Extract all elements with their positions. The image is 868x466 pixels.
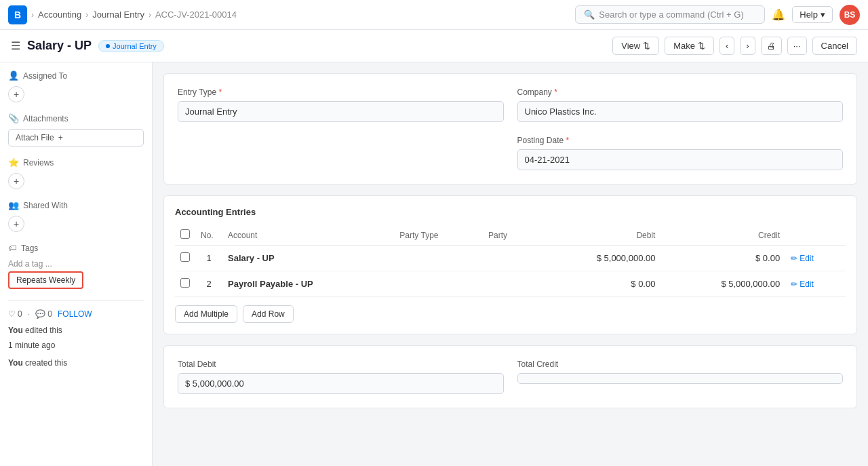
- accounting-entries-title: Accounting Entries: [175, 207, 846, 217]
- likes-item: ♡ 0: [8, 309, 22, 319]
- tags-icon: 🏷: [8, 243, 17, 253]
- sep2: ›: [85, 10, 88, 20]
- entry-type-required: *: [218, 88, 222, 97]
- sidebar: 👤 Assigned To + 📎 Attachments Attach Fil…: [0, 62, 153, 466]
- edit-pencil-icon-2: ✏: [791, 279, 797, 289]
- make-button[interactable]: Make ⇅: [665, 37, 714, 55]
- row2-checkbox[interactable]: [180, 278, 190, 288]
- entries-table: No. Account Party Type Party Debit Credi…: [175, 225, 846, 297]
- attach-file-button[interactable]: Attach File +: [8, 129, 144, 147]
- assigned-to-icon: 👤: [8, 71, 19, 81]
- help-button[interactable]: Help ▾: [792, 6, 833, 23]
- activity-1-text: edited this: [23, 326, 62, 335]
- th-party-type: Party Type: [394, 225, 483, 246]
- breadcrumb-accounting[interactable]: Accounting: [38, 9, 81, 20]
- content-area: Entry Type * Journal Entry Company * Uni…: [153, 62, 868, 466]
- attachments-label: Attachments: [23, 114, 68, 123]
- next-button[interactable]: ›: [740, 37, 755, 55]
- select-all-checkbox[interactable]: [180, 229, 190, 239]
- app-icon[interactable]: B: [8, 5, 27, 24]
- assigned-to-section: 👤 Assigned To +: [8, 71, 144, 102]
- row1-party-type: [394, 246, 483, 271]
- breadcrumb-area: B › Accounting › Journal Entry › ACC-JV-…: [8, 5, 237, 24]
- reviews-section: ⭐ Reviews +: [8, 157, 144, 189]
- sidebar-divider: [8, 300, 144, 300]
- th-actions: [785, 225, 846, 246]
- hamburger-icon[interactable]: ☰: [11, 39, 20, 52]
- table-actions: Add Multiple Add Row: [175, 305, 846, 323]
- totals-card: Total Debit $ 5,000,000.00 Total Credit: [163, 345, 857, 408]
- breadcrumb-current: ACC-JV-2021-00014: [155, 9, 237, 20]
- search-placeholder: Search or type a command (Ctrl + G): [599, 9, 744, 20]
- more-button[interactable]: ···: [787, 37, 807, 55]
- row2-party-type: [394, 271, 483, 297]
- th-debit: Debit: [536, 225, 661, 246]
- entry-type-value: Journal Entry: [178, 101, 504, 122]
- attach-file-plus-icon: +: [58, 133, 63, 142]
- attachments-section: 📎 Attachments Attach File +: [8, 113, 144, 147]
- search-box[interactable]: 🔍 Search or type a command (Ctrl + G): [575, 5, 765, 24]
- tags-label: Tags: [21, 244, 38, 253]
- shared-with-add-button[interactable]: +: [8, 216, 24, 232]
- row1-checkbox[interactable]: [180, 252, 190, 262]
- th-credit: Credit: [660, 225, 785, 246]
- badge-label: Journal Entry: [113, 42, 157, 50]
- activity-1-user: You: [8, 326, 23, 335]
- th-no: No.: [195, 225, 222, 246]
- activity-2-user: You: [8, 358, 23, 368]
- row2-debit: $ 0.00: [536, 271, 661, 297]
- add-tag-label[interactable]: Add a tag ...: [8, 259, 52, 269]
- sep1: ›: [31, 10, 34, 20]
- row2-checkbox-cell: [175, 271, 195, 297]
- total-debit-label: Total Debit: [178, 360, 504, 369]
- form-grid: Entry Type * Journal Entry Company * Uni…: [178, 88, 843, 170]
- print-button[interactable]: 🖨: [761, 37, 782, 55]
- breadcrumb-journal-entry[interactable]: Journal Entry: [92, 9, 144, 20]
- row2-edit-button[interactable]: ✏ Edit: [791, 279, 840, 289]
- chevron-down-icon: ▾: [821, 9, 825, 20]
- table-row: 2 Payroll Payable - UP $ 0.00 $ 5,000,00…: [175, 271, 846, 297]
- table-row: 1 Salary - UP $ 5,000,000.00 $ 0.00 ✏ Ed…: [175, 246, 846, 271]
- activity-2-text: created this: [23, 358, 67, 368]
- entry-type-label: Entry Type *: [178, 88, 504, 97]
- edit-pencil-icon: ✏: [791, 254, 797, 263]
- assigned-to-add-button[interactable]: +: [8, 86, 24, 102]
- view-button[interactable]: View ⇅: [612, 37, 659, 55]
- tags-section: 🏷 Tags Add a tag ... Repeats Weekly: [8, 243, 144, 289]
- reviews-title: ⭐ Reviews: [8, 157, 144, 168]
- topnav: B › Accounting › Journal Entry › ACC-JV-…: [0, 0, 868, 30]
- journal-entry-badge: Journal Entry: [98, 40, 164, 52]
- page-title: Salary - UP: [27, 39, 92, 53]
- th-party: Party: [483, 225, 536, 246]
- make-label: Make: [673, 41, 695, 51]
- topnav-right: 🔍 Search or type a command (Ctrl + G) 🔔 …: [575, 5, 860, 25]
- add-row-button[interactable]: Add Row: [243, 305, 294, 323]
- row1-account: Salary - UP: [222, 246, 394, 271]
- shared-with-title: 👥 Shared With: [8, 200, 144, 210]
- assigned-to-label: Assigned To: [23, 71, 67, 81]
- cancel-button[interactable]: Cancel: [812, 37, 857, 55]
- add-multiple-button[interactable]: Add Multiple: [175, 305, 237, 323]
- row2-credit: $ 5,000,000.00: [660, 271, 785, 297]
- repeats-weekly-tag[interactable]: Repeats Weekly: [8, 271, 83, 289]
- th-checkbox: [175, 225, 195, 246]
- total-debit-group: Total Debit $ 5,000,000.00: [178, 360, 504, 394]
- posting-date-label: Posting Date *: [517, 136, 844, 145]
- make-chevron-icon: ⇅: [698, 41, 705, 51]
- totals-grid: Total Debit $ 5,000,000.00 Total Credit: [178, 360, 843, 394]
- attach-file-label: Attach File: [16, 133, 54, 142]
- row1-edit-button[interactable]: ✏ Edit: [791, 254, 840, 263]
- reviews-add-button[interactable]: +: [8, 173, 24, 189]
- follow-button[interactable]: FOLLOW: [58, 309, 92, 319]
- row2-account: Payroll Payable - UP: [222, 271, 394, 297]
- row1-party: [483, 246, 536, 271]
- prev-button[interactable]: ‹: [719, 37, 734, 55]
- main-layout: 👤 Assigned To + 📎 Attachments Attach Fil…: [0, 62, 868, 466]
- row1-edit-cell: ✏ Edit: [785, 246, 846, 271]
- activity-1-time: 1 minute ago: [8, 339, 144, 351]
- posting-date-value: 04-21-2021: [517, 149, 844, 170]
- comment-icon: 💬: [35, 309, 45, 319]
- notifications-icon[interactable]: 🔔: [772, 8, 785, 21]
- page-header-left: ☰ Salary - UP Journal Entry: [11, 39, 164, 53]
- avatar[interactable]: BS: [840, 5, 860, 25]
